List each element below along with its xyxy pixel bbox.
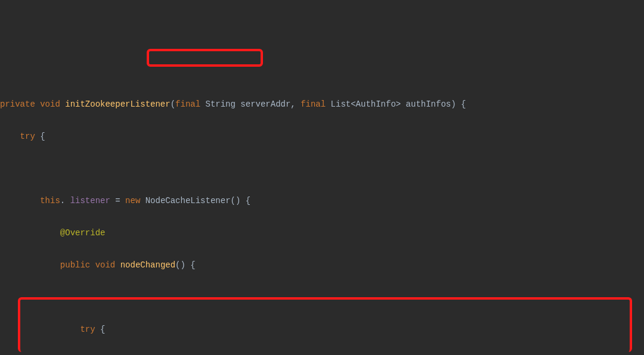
param: authInfos — [406, 99, 451, 109]
paren: ( — [171, 99, 175, 109]
code-line: private void initZookeeperListener(final… — [0, 96, 644, 113]
keyword: final — [175, 99, 200, 109]
paren: () — [231, 196, 241, 205]
method-name: nodeChanged — [120, 260, 175, 270]
dot: . — [60, 196, 70, 205]
code-line: this. listener = new NodeCacheListener()… — [0, 193, 644, 209]
annotation: @Override — [60, 228, 106, 238]
type: String — [206, 99, 236, 109]
code-line: @Override — [0, 225, 644, 241]
code-line: try { — [0, 322, 644, 338]
brace: { — [185, 260, 196, 270]
paren: ) { — [451, 99, 466, 109]
constructor: NodeCacheListener — [145, 196, 231, 205]
keyword: try — [20, 132, 35, 141]
space — [140, 196, 145, 205]
brace: { — [95, 325, 106, 334]
keyword: void — [40, 99, 60, 109]
type: List<AuthInfo> — [331, 99, 401, 109]
param: serverAddr — [240, 99, 290, 109]
code-line: public void nodeChanged() { — [0, 257, 644, 273]
comma: , — [290, 99, 301, 109]
keyword: new — [125, 196, 140, 205]
keyword: private — [0, 99, 35, 109]
op: = — [110, 196, 125, 205]
keyword: try — [80, 325, 95, 334]
keyword: this — [40, 196, 60, 205]
code-editor[interactable]: private void initZookeeperListener(final… — [0, 64, 644, 355]
keyword: final — [301, 99, 326, 109]
code-line: try { — [0, 129, 644, 145]
code-line — [0, 289, 644, 306]
keyword: public — [60, 260, 90, 270]
method-name: initZookeeperListener — [65, 99, 170, 109]
brace: { — [35, 132, 45, 141]
paren: () — [175, 260, 185, 270]
keyword: void — [95, 260, 116, 270]
code-line — [0, 161, 644, 177]
brace: { — [240, 196, 250, 205]
field: listener — [70, 196, 110, 205]
